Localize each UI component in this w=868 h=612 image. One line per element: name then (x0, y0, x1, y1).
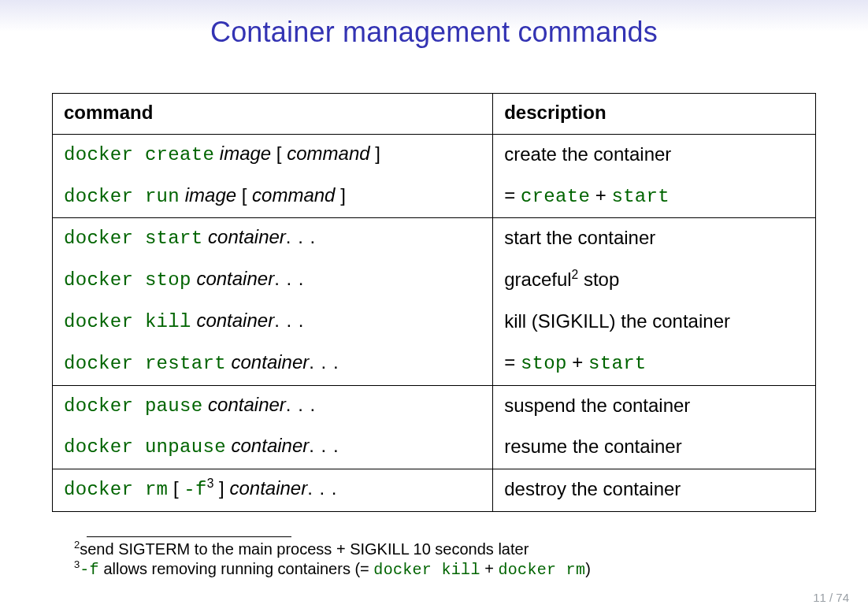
description-cell: destroy the container (493, 469, 816, 512)
commands-table: command description docker create image … (52, 93, 816, 512)
description-cell: = stop + start (493, 343, 816, 385)
table-row: docker run image [ command ]= create + s… (53, 176, 816, 218)
description-cell: = create + start (493, 176, 816, 218)
table-row: docker pause container. . .suspend the c… (53, 385, 816, 427)
table-row: docker stop container. . .graceful2 stop (53, 260, 816, 302)
command-cell: docker kill container. . . (53, 302, 493, 343)
command-cell: docker restart container. . . (53, 343, 493, 385)
command-cell: docker pause container. . . (53, 385, 493, 427)
command-cell: docker rm [ -f3 ] container. . . (53, 469, 493, 512)
table-row: docker start container. . .start the con… (53, 218, 816, 260)
col-header-command: command (53, 94, 493, 135)
footnotes: 2send SIGTERM to the main process + SIGK… (55, 536, 821, 580)
command-cell: docker create image [ command ] (53, 134, 493, 176)
description-cell: graceful2 stop (493, 260, 816, 302)
table-row: docker kill container. . .kill (SIGKILL)… (53, 302, 816, 343)
command-cell: docker stop container. . . (53, 260, 493, 302)
footnote-rule (87, 536, 291, 537)
col-header-description: description (493, 94, 816, 135)
footnote-2: 2send SIGTERM to the main process + SIGK… (55, 540, 821, 558)
table-row: docker unpause container. . .resume the … (53, 427, 816, 469)
description-cell: resume the container (493, 427, 816, 469)
table-row: docker create image [ command ]create th… (53, 134, 816, 176)
command-cell: docker run image [ command ] (53, 176, 493, 218)
description-cell: suspend the container (493, 385, 816, 427)
command-cell: docker unpause container. . . (53, 427, 493, 469)
page-number: 11 / 74 (813, 591, 849, 604)
description-cell: start the container (493, 218, 816, 260)
slide-title: Container management commands (47, 16, 821, 49)
table-row: docker rm [ -f3 ] container. . .destroy … (53, 469, 816, 512)
command-cell: docker start container. . . (53, 218, 493, 260)
description-cell: create the container (493, 134, 816, 176)
footnote-3: 3-f allows removing running containers (… (55, 560, 821, 579)
description-cell: kill (SIGKILL) the container (493, 302, 816, 343)
table-row: docker restart container. . .= stop + st… (53, 343, 816, 385)
